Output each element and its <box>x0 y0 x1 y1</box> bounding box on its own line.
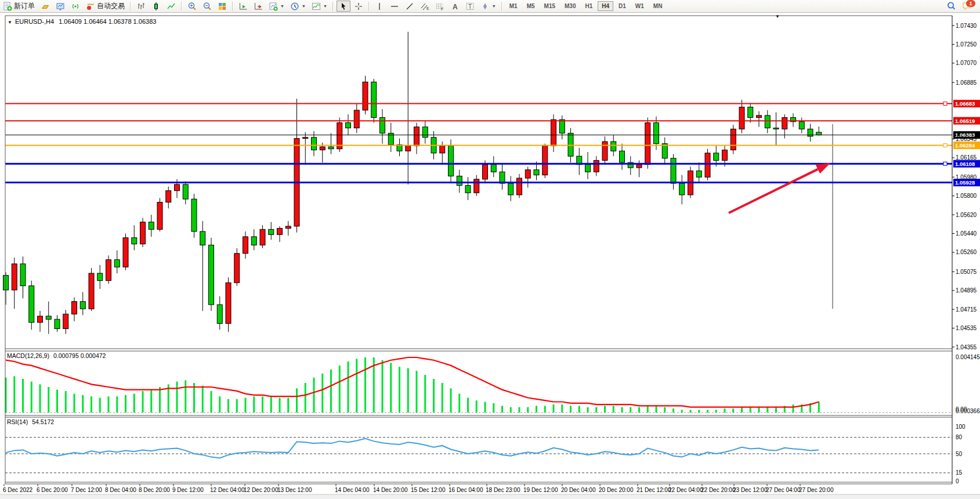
candle <box>474 179 479 193</box>
svg-text:27 Dec 04:00: 27 Dec 04:00 <box>766 487 801 493</box>
timeframe-d1[interactable]: D1 <box>614 1 630 11</box>
timeframe-h1[interactable]: H1 <box>581 1 596 11</box>
symbol-dropdown-icon[interactable]: ▼ <box>8 20 12 25</box>
macd-bar <box>133 394 135 413</box>
macd-bar <box>262 396 263 413</box>
candle <box>679 183 685 195</box>
line-marker[interactable] <box>943 143 947 147</box>
candle <box>500 172 505 183</box>
label-tool[interactable]: T <box>463 1 477 12</box>
macd-bar <box>159 387 161 413</box>
candle <box>525 170 530 178</box>
svg-text:0.004145: 0.004145 <box>956 354 980 360</box>
horizontal-line-tool[interactable] <box>388 1 402 12</box>
timeframe-mn[interactable]: MN <box>649 1 667 11</box>
crosshair-button[interactable] <box>352 1 366 12</box>
notifications-button[interactable]: 1 <box>960 1 975 12</box>
bar-chart-button[interactable] <box>134 1 148 12</box>
chart-shift-button[interactable] <box>251 1 265 12</box>
timeframe-w1[interactable]: W1 <box>631 1 648 11</box>
candle <box>816 132 822 135</box>
fibonacci-tool[interactable]: F <box>433 1 447 12</box>
timeframes-button[interactable]: ▼ <box>288 1 308 12</box>
candle <box>645 123 650 165</box>
line-chart-button[interactable] <box>164 1 178 12</box>
macd-bar <box>296 388 298 413</box>
tile-windows-button[interactable] <box>215 1 229 12</box>
scroll-marker-icon[interactable]: ▼ <box>775 14 780 19</box>
svg-text:1.06108: 1.06108 <box>955 161 975 167</box>
svg-text:8 Dec 04:00: 8 Dec 04:00 <box>105 487 136 493</box>
macd-bar <box>270 396 272 413</box>
line-marker[interactable] <box>943 162 947 165</box>
trendline-tool[interactable] <box>403 1 417 12</box>
candle <box>20 264 26 286</box>
cursor-button[interactable] <box>337 1 350 12</box>
svg-text:1.06284: 1.06284 <box>955 142 975 149</box>
macd-bar <box>561 404 563 413</box>
channel-icon: E <box>420 2 429 11</box>
svg-text:E: E <box>426 6 429 10</box>
candle <box>722 150 728 160</box>
macd-bar <box>656 406 657 413</box>
fibonacci-icon: F <box>435 2 444 11</box>
vertical-line-tool[interactable] <box>373 1 386 12</box>
svg-text:23 Dec 12:00: 23 Dec 12:00 <box>733 487 768 493</box>
autotrade-button[interactable]: 自动交易 <box>84 1 127 12</box>
chart-canvas[interactable]: 1.066831.065191.063831.062841.061081.059… <box>0 0 980 499</box>
new-order-button[interactable]: 新订单 <box>1 1 37 12</box>
shapes-button[interactable]: ▼ <box>478 1 498 12</box>
line-marker[interactable] <box>943 102 947 106</box>
rsi-value: 54.5172 <box>32 418 54 425</box>
timeframe-h4[interactable]: H4 <box>598 1 613 11</box>
candle <box>620 151 625 162</box>
macd-bar <box>698 410 700 413</box>
macd-bar <box>587 407 589 413</box>
macd-bar <box>766 407 768 413</box>
macd-bar <box>245 398 247 413</box>
market-watch-button[interactable] <box>53 1 67 12</box>
new-chart-button[interactable]: ▼ <box>266 1 287 12</box>
macd-bar <box>142 391 144 413</box>
macd-bar <box>116 396 118 413</box>
signal-icon <box>71 2 80 11</box>
signals-button[interactable] <box>68 1 82 12</box>
timeframe-m15[interactable]: M15 <box>540 1 559 11</box>
search-button[interactable] <box>944 1 959 12</box>
candle <box>260 229 265 245</box>
macd-bar <box>544 406 546 413</box>
timeframe-m30[interactable]: M30 <box>560 1 580 11</box>
candlestick-button[interactable] <box>149 1 163 12</box>
svg-text:8 Dec 20:00: 8 Dec 20:00 <box>139 487 170 493</box>
channel-tool[interactable]: E <box>418 1 432 12</box>
macd-bar <box>305 383 306 413</box>
macd-bar <box>364 357 366 413</box>
macd-values: 0.000795 0.000472 <box>53 352 106 359</box>
zoom-in-button[interactable] <box>185 1 199 12</box>
text-tool[interactable]: A <box>448 1 462 12</box>
macd-bar <box>227 399 229 413</box>
svg-text:12 Dec 04:00: 12 Dec 04:00 <box>210 487 245 493</box>
timeframe-m5[interactable]: M5 <box>523 1 539 11</box>
zoom-out-button[interactable] <box>200 1 214 12</box>
macd-bar <box>501 406 503 413</box>
svg-text:27 Dec 20:00: 27 Dec 20:00 <box>799 487 834 493</box>
chevron-down-icon: ▼ <box>323 4 327 8</box>
macd-bar <box>313 378 315 413</box>
auto-scroll-button[interactable] <box>236 1 250 12</box>
chevron-down-icon: ▼ <box>280 4 284 8</box>
timeframe-m1[interactable]: M1 <box>505 1 522 11</box>
gold-button[interactable] <box>38 1 52 12</box>
autotrade-icon <box>86 2 95 11</box>
macd-bar <box>399 367 400 413</box>
chevron-down-icon: ▼ <box>302 4 306 8</box>
clock-icon <box>290 2 299 11</box>
candle <box>191 199 197 232</box>
indicators-button[interactable]: ▼ <box>309 1 330 12</box>
svg-text:1.06885: 1.06885 <box>956 79 977 86</box>
candle <box>123 238 128 267</box>
svg-text:7 Dec 12:00: 7 Dec 12:00 <box>71 487 102 493</box>
svg-text:1.04895: 1.04895 <box>956 287 977 294</box>
macd-bar <box>390 363 392 413</box>
macd-bar <box>150 390 152 413</box>
